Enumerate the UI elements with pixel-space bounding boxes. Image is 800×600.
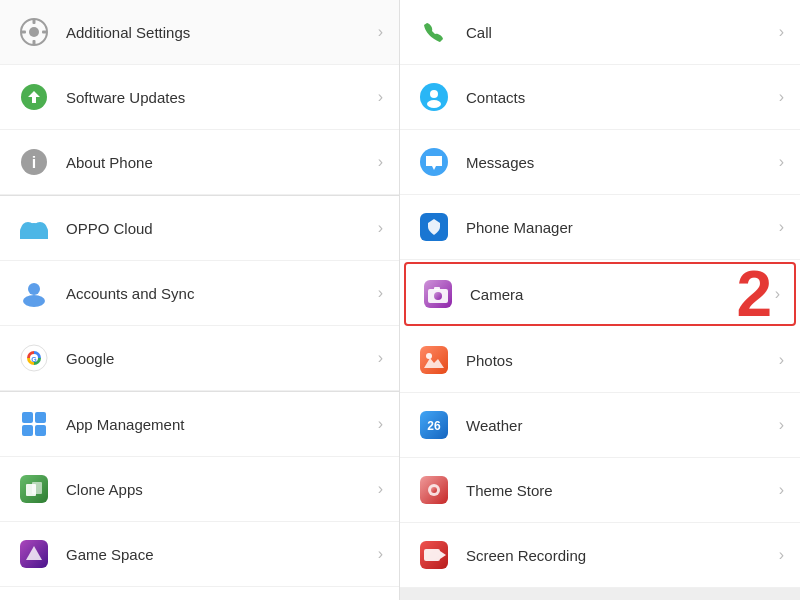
- right-item-contacts[interactable]: Contacts ›: [400, 65, 800, 130]
- left-item-additional-settings[interactable]: Additional Settings ›: [0, 0, 399, 65]
- svg-point-37: [427, 100, 441, 108]
- screen-recording-icon: [416, 537, 452, 573]
- svg-point-51: [431, 487, 437, 493]
- left-item-about-phone[interactable]: i About Phone ›: [0, 130, 399, 195]
- chevron-icon: ›: [378, 349, 383, 367]
- chevron-icon: ›: [378, 153, 383, 171]
- chevron-icon: ›: [779, 88, 784, 106]
- left-item-game-space[interactable]: Game Space ›: [0, 522, 399, 587]
- about-phone-icon: i: [16, 144, 52, 180]
- svg-point-1: [29, 27, 39, 37]
- svg-rect-43: [434, 287, 440, 290]
- svg-rect-4: [21, 31, 26, 34]
- phone-manager-icon: [416, 209, 452, 245]
- left-item-label: Clone Apps: [66, 481, 378, 498]
- chevron-icon: ›: [378, 23, 383, 41]
- left-item-oppo-cloud[interactable]: OPPO Cloud ›: [0, 196, 399, 261]
- weather-icon: 26: [416, 407, 452, 443]
- app-management-icon: [16, 406, 52, 442]
- left-item-label: Software Updates: [66, 89, 378, 106]
- svg-text:i: i: [32, 154, 36, 171]
- right-item-camera[interactable]: Camera › 2: [404, 262, 796, 326]
- right-item-label: Theme Store: [466, 482, 779, 499]
- chevron-icon: ›: [779, 153, 784, 171]
- contacts-icon: [416, 79, 452, 115]
- clone-apps-icon: [16, 471, 52, 507]
- left-item-app-splitscreen[interactable]: App Split-screen ›: [0, 587, 399, 600]
- left-item-label: App Management: [66, 416, 378, 433]
- additional-settings-icon: [16, 14, 52, 50]
- svg-point-13: [28, 283, 40, 295]
- right-item-label: Screen Recording: [466, 547, 779, 564]
- svg-text:26: 26: [427, 419, 441, 433]
- chevron-icon: ›: [779, 351, 784, 369]
- right-item-theme-store[interactable]: Theme Store ›: [400, 458, 800, 523]
- left-item-software-updates[interactable]: Software Updates ›: [0, 65, 399, 130]
- right-panel-footer: [400, 588, 800, 600]
- svg-rect-21: [35, 425, 46, 436]
- left-item-clone-apps[interactable]: Clone Apps ›: [0, 457, 399, 522]
- right-item-label: Camera: [470, 286, 775, 303]
- theme-store-icon: [416, 472, 452, 508]
- right-item-weather[interactable]: 26 Weather ›: [400, 393, 800, 458]
- chevron-icon: ›: [779, 416, 784, 434]
- chevron-icon: ›: [378, 88, 383, 106]
- svg-rect-53: [424, 549, 440, 561]
- chevron-icon: ›: [779, 546, 784, 564]
- oppo-cloud-icon: [16, 210, 52, 246]
- number-badge-2: 2: [736, 262, 772, 326]
- left-item-label: Game Space: [66, 546, 378, 563]
- svg-point-36: [430, 90, 438, 98]
- right-item-messages[interactable]: Messages ›: [400, 130, 800, 195]
- svg-rect-2: [33, 19, 36, 24]
- call-icon: [416, 14, 452, 50]
- svg-rect-18: [22, 412, 33, 423]
- software-updates-icon: [16, 79, 52, 115]
- svg-rect-19: [35, 412, 46, 423]
- svg-text:G: G: [31, 356, 37, 363]
- svg-rect-5: [42, 31, 47, 34]
- photos-icon: [416, 342, 452, 378]
- chevron-icon: ›: [779, 218, 784, 236]
- chevron-icon: ›: [378, 480, 383, 498]
- svg-rect-44: [420, 346, 448, 374]
- accounts-sync-icon: [16, 275, 52, 311]
- left-item-label: Additional Settings: [66, 24, 378, 41]
- svg-rect-20: [22, 425, 33, 436]
- left-settings-panel: Additional Settings › Software Updates ›…: [0, 0, 400, 600]
- right-item-phone-manager[interactable]: Phone Manager ›: [400, 195, 800, 260]
- right-apps-panel: Call › Contacts › Messages › Phone Manag…: [400, 0, 800, 600]
- chevron-icon: ›: [378, 415, 383, 433]
- svg-point-14: [23, 295, 45, 307]
- left-item-label: OPPO Cloud: [66, 220, 378, 237]
- right-item-label: Messages: [466, 154, 779, 171]
- camera-icon: [420, 276, 456, 312]
- svg-rect-12: [20, 231, 48, 239]
- left-item-label: About Phone: [66, 154, 378, 171]
- left-item-accounts-sync[interactable]: Accounts and Sync ›: [0, 261, 399, 326]
- chevron-icon: ›: [378, 545, 383, 563]
- chevron-icon: ›: [779, 481, 784, 499]
- messages-icon: [416, 144, 452, 180]
- left-item-app-management[interactable]: App Management ›: [0, 392, 399, 457]
- right-item-label: Photos: [466, 352, 779, 369]
- right-item-label: Contacts: [466, 89, 779, 106]
- right-item-screen-recording[interactable]: Screen Recording ›: [400, 523, 800, 588]
- chevron-icon: ›: [779, 23, 784, 41]
- right-item-label: Weather: [466, 417, 779, 434]
- google-icon: G: [16, 340, 52, 376]
- right-item-label: Call: [466, 24, 779, 41]
- svg-rect-3: [33, 40, 36, 45]
- game-space-icon: [16, 536, 52, 572]
- right-item-photos[interactable]: Photos ›: [400, 328, 800, 393]
- right-item-label: Phone Manager: [466, 219, 779, 236]
- svg-point-42: [434, 292, 442, 300]
- left-item-label: Accounts and Sync: [66, 285, 378, 302]
- chevron-icon: ›: [378, 219, 383, 237]
- chevron-icon: ›: [378, 284, 383, 302]
- left-item-google[interactable]: G Google ›: [0, 326, 399, 391]
- right-item-call[interactable]: Call ›: [400, 0, 800, 65]
- svg-rect-24: [32, 482, 42, 494]
- chevron-icon: ›: [775, 285, 780, 303]
- svg-point-46: [426, 353, 432, 359]
